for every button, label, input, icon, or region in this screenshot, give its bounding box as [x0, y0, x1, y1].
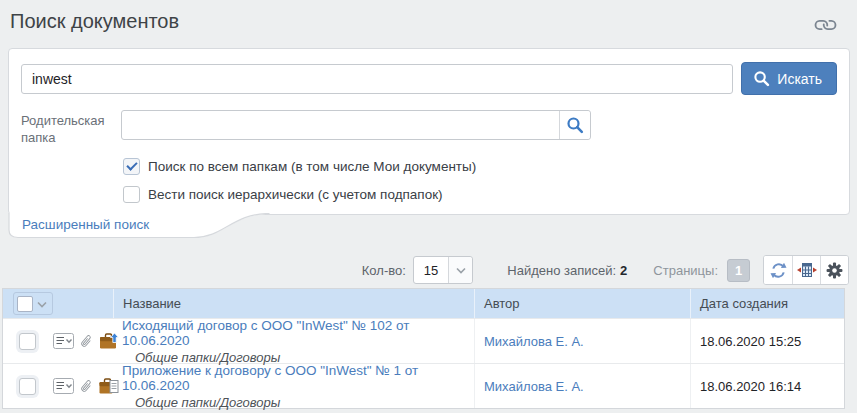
pages-label: Страницы:: [653, 263, 718, 278]
page-number-button[interactable]: 1: [727, 259, 750, 282]
created-date: 18.06.2020 15:25: [690, 319, 844, 363]
column-header-title[interactable]: Название: [113, 289, 474, 318]
search-button[interactable]: Искать: [741, 62, 837, 95]
page-size-value: 15: [414, 257, 448, 283]
parent-folder-field: [121, 110, 591, 140]
toolbar-icon-group: [763, 255, 849, 285]
magnifier-icon: [753, 70, 770, 87]
hierarchical-label: Вести поиск иерархически (с учетом подпа…: [148, 187, 443, 202]
parent-folder-label: Родительская папка: [21, 110, 113, 147]
row-checkbox[interactable]: [19, 378, 36, 395]
search-row: Искать: [9, 49, 849, 95]
page-header: Поиск документов: [0, 0, 857, 43]
all-folders-label: Поиск по всем папкам (в том числе Мои до…: [148, 159, 476, 174]
select-all-cell: [3, 289, 113, 318]
chevron-down-icon: [37, 301, 47, 308]
document-folder-path: Общие папки/Договоры: [122, 395, 474, 410]
search-input[interactable]: [21, 64, 733, 94]
document-search-page: Поиск документов Искать: [0, 0, 857, 413]
refresh-icon: [770, 262, 787, 279]
hierarchical-checkbox[interactable]: [123, 186, 140, 203]
list-menu-icon[interactable]: [53, 333, 74, 349]
author-link[interactable]: Михайлова Е. А.: [484, 379, 584, 394]
results-table: Название Автор Дата создания: [2, 288, 845, 409]
all-folders-checkbox[interactable]: [123, 158, 140, 175]
gear-icon: [826, 262, 843, 279]
table-resize-icon: [797, 262, 817, 278]
list-menu-icon[interactable]: [53, 378, 74, 394]
all-folders-option: Поиск по всем папкам (в том числе Мои до…: [123, 158, 849, 175]
parent-folder-row: Родительская папка: [21, 110, 849, 147]
magnifier-icon: [566, 116, 584, 134]
hierarchical-option: Вести поиск иерархически (с учетом подпа…: [123, 186, 849, 203]
row-checkbox[interactable]: [19, 333, 36, 350]
parent-folder-input[interactable]: [122, 111, 559, 139]
search-button-label: Искать: [777, 71, 822, 87]
paperclip-icon[interactable]: [78, 333, 95, 350]
column-width-button[interactable]: [792, 256, 820, 284]
chevron-down-icon: [448, 257, 472, 283]
count-label: Кол-во:: [362, 263, 406, 278]
page-size-select[interactable]: 15: [413, 256, 473, 284]
refresh-button[interactable]: [764, 256, 792, 284]
paperclip-icon[interactable]: [78, 378, 95, 395]
results-toolbar: Кол-во: 15 Найдено записей: 2 Страницы: …: [0, 255, 857, 285]
found-records-label: Найдено записей:: [507, 263, 616, 278]
search-panel: Искать Родительская папка Поиск п: [8, 48, 850, 215]
column-header-created[interactable]: Дата создания: [690, 289, 844, 318]
table-header: Название Автор Дата создания: [3, 289, 844, 318]
page-title: Поиск документов: [10, 9, 179, 33]
select-all-checkbox[interactable]: [17, 296, 33, 312]
folder-search-button[interactable]: [559, 111, 590, 139]
document-link[interactable]: Приложение к договору с ООО "InWest" № 1…: [122, 363, 474, 393]
table-row: Приложение к договору с ООО "InWest" № 1…: [3, 363, 844, 408]
column-header-author[interactable]: Автор: [474, 289, 690, 318]
table-row: Исходящий договор с ООО "InWest" № 102 о…: [3, 318, 844, 363]
author-link[interactable]: Михайлова Е. А.: [484, 334, 584, 349]
document-link[interactable]: Исходящий договор с ООО "InWest" № 102 о…: [122, 318, 474, 348]
link-icon[interactable]: [814, 15, 837, 35]
advanced-search-link[interactable]: Расширенный поиск: [22, 217, 149, 232]
select-all-control[interactable]: [13, 292, 53, 315]
found-records-value: 2: [620, 263, 627, 278]
settings-button[interactable]: [820, 256, 848, 284]
created-date: 18.06.2020 16:14: [690, 364, 844, 408]
